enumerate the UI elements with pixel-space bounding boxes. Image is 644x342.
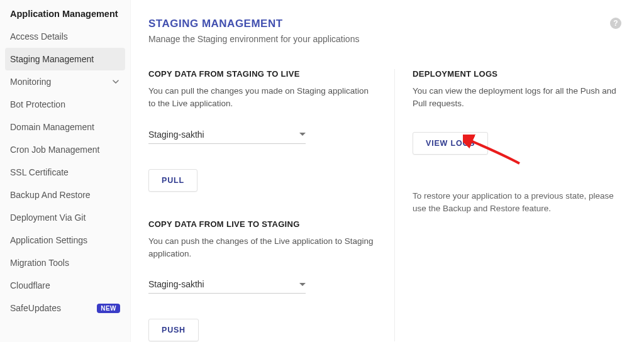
select-value: Staging-sakthi bbox=[148, 279, 204, 289]
sidebar-item-label: Cloudflare bbox=[10, 280, 50, 290]
sidebar-item-label: SafeUpdates bbox=[10, 303, 61, 313]
sidebar-item-label: Cron Job Management bbox=[10, 145, 99, 155]
section-copy-to-staging: COPY DATA FROM LIVE TO STAGING You can p… bbox=[148, 219, 377, 342]
column-right: DEPLOYMENT LOGS You can view the deploym… bbox=[394, 69, 621, 341]
section-copy-to-live: COPY DATA FROM STAGING TO LIVE You can p… bbox=[148, 69, 377, 192]
page-title: STAGING MANAGEMENT bbox=[148, 18, 621, 30]
sidebar-item-label: Migration Tools bbox=[10, 258, 69, 268]
sidebar-item-migration-tools[interactable]: Migration Tools bbox=[0, 251, 130, 274]
sidebar-item-label: Application Settings bbox=[10, 235, 87, 245]
sidebar-item-label: Domain Management bbox=[10, 122, 94, 132]
sidebar-item-access-details[interactable]: Access Details bbox=[0, 25, 130, 48]
sidebar-item-bot-protection[interactable]: Bot Protection bbox=[0, 93, 130, 116]
staging-select-push[interactable]: Staging-sakthi bbox=[148, 275, 306, 294]
section-desc: You can push the changes of the Live app… bbox=[148, 235, 377, 261]
new-badge: NEW bbox=[97, 304, 120, 313]
caret-down-icon bbox=[299, 283, 306, 286]
view-logs-button[interactable]: VIEW LOGS bbox=[413, 132, 488, 155]
help-icon[interactable]: ? bbox=[610, 18, 621, 29]
sidebar-item-safeupdates[interactable]: SafeUpdates NEW bbox=[0, 297, 130, 319]
sidebar-item-cron-job-management[interactable]: Cron Job Management bbox=[0, 138, 130, 161]
pull-button[interactable]: PULL bbox=[148, 169, 197, 192]
section-title: DEPLOYMENT LOGS bbox=[413, 69, 621, 79]
sidebar-item-staging-management[interactable]: Staging Management bbox=[5, 48, 125, 70]
sidebar-item-label: SSL Certificate bbox=[10, 167, 69, 177]
sidebar: Application Management Access Details St… bbox=[0, 0, 131, 342]
chevron-down-icon bbox=[111, 77, 120, 86]
section-desc: You can view the deployment logs for all… bbox=[413, 85, 621, 111]
sidebar-item-domain-management[interactable]: Domain Management bbox=[0, 116, 130, 138]
column-left: COPY DATA FROM STAGING TO LIVE You can p… bbox=[148, 69, 394, 341]
section-title: COPY DATA FROM STAGING TO LIVE bbox=[148, 69, 377, 79]
sidebar-item-deployment-via-git[interactable]: Deployment Via Git bbox=[0, 206, 130, 229]
sidebar-title: Application Management bbox=[0, 9, 130, 25]
app-root: Application Management Access Details St… bbox=[0, 0, 644, 342]
section-deployment-logs: DEPLOYMENT LOGS You can view the deploym… bbox=[413, 69, 621, 215]
select-value: Staging-sakthi bbox=[148, 130, 204, 140]
sidebar-item-ssl-certificate[interactable]: SSL Certificate bbox=[0, 161, 130, 184]
main-content: ? STAGING MANAGEMENT Manage the Staging … bbox=[131, 0, 644, 342]
sidebar-item-label: Backup And Restore bbox=[10, 190, 91, 200]
sidebar-item-monitoring[interactable]: Monitoring bbox=[0, 70, 130, 93]
content-columns: COPY DATA FROM STAGING TO LIVE You can p… bbox=[148, 69, 621, 341]
sidebar-item-label: Monitoring bbox=[10, 77, 51, 87]
sidebar-item-label: Deployment Via Git bbox=[10, 212, 86, 223]
page-subtitle: Manage the Staging environment for your … bbox=[148, 34, 621, 44]
staging-select-pull[interactable]: Staging-sakthi bbox=[148, 126, 306, 144]
section-desc: You can pull the changes you made on Sta… bbox=[148, 85, 377, 111]
push-button[interactable]: PUSH bbox=[148, 319, 199, 341]
section-title: COPY DATA FROM LIVE TO STAGING bbox=[148, 219, 377, 229]
sidebar-item-application-settings[interactable]: Application Settings bbox=[0, 229, 130, 251]
sidebar-item-label: Access Details bbox=[10, 31, 68, 41]
sidebar-item-backup-and-restore[interactable]: Backup And Restore bbox=[0, 184, 130, 206]
sidebar-item-cloudflare[interactable]: Cloudflare bbox=[0, 274, 130, 297]
sidebar-item-label: Bot Protection bbox=[10, 99, 65, 109]
restore-note: To restore your application to a previou… bbox=[413, 190, 621, 216]
caret-down-icon bbox=[299, 133, 306, 136]
sidebar-item-label: Staging Management bbox=[10, 54, 94, 64]
